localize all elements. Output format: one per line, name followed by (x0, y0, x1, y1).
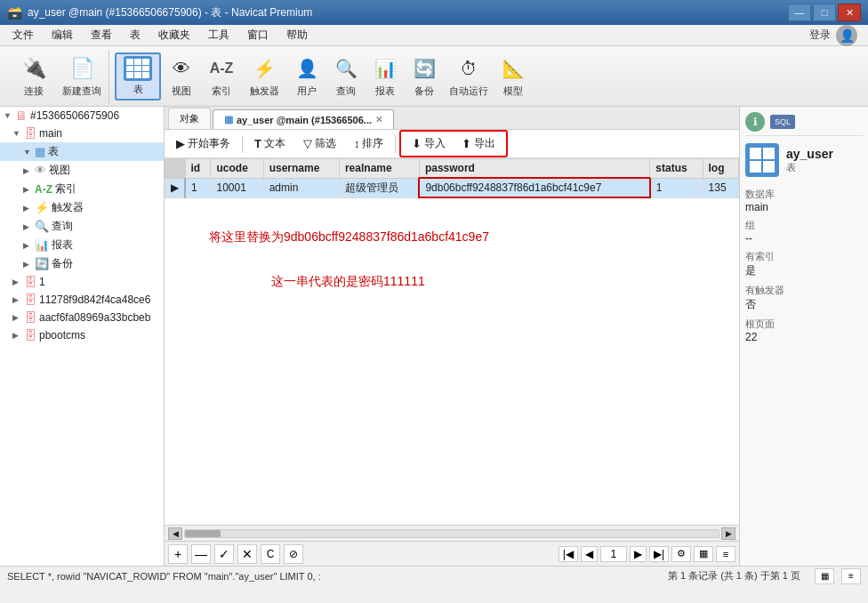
sidebar-item-view[interactable]: ▶ 👁 视图 (0, 161, 164, 180)
sidebar-db-4[interactable]: ▶ 🗄 pbootcms (0, 326, 164, 344)
model-button[interactable]: 📐 模型 (494, 52, 533, 100)
tab-close-icon[interactable]: ✕ (375, 115, 382, 125)
cell-ucode[interactable]: 10001 (211, 178, 263, 197)
col-log[interactable]: log (703, 159, 738, 179)
sidebar-db-main[interactable]: ▼ 🗄 main (0, 125, 164, 142)
cell-id[interactable]: 1 (185, 178, 211, 197)
cell-password[interactable]: 9db06bcff9248837f86d1a6bcf41c9e7 (419, 178, 649, 197)
trigger-icon: ⚡ (250, 54, 278, 83)
annotation-replace: 将这里替换为9db06bcff9248837f86d1a6bcf41c9e7 (209, 229, 489, 245)
tab-ayuser[interactable]: ▦ ay_user @main (#15366506... ✕ (213, 109, 394, 129)
menu-help[interactable]: 帮助 (277, 26, 317, 44)
nav-first-button[interactable]: |◀ (559, 546, 578, 562)
query-button[interactable]: 🔍 查询 (326, 52, 366, 100)
minimize-btn[interactable]: — (788, 4, 811, 21)
col-realname[interactable]: realname (339, 159, 419, 179)
col-username[interactable]: username (263, 159, 339, 179)
scroll-right-btn[interactable]: ▶ (721, 527, 735, 540)
cell-realname[interactable]: 超级管理员 (339, 178, 419, 197)
menu-file[interactable]: 文件 (4, 26, 43, 44)
menubar: 文件 编辑 查看 表 收藏夹 工具 窗口 帮助 登录 👤 (0, 25, 868, 46)
content-area: 对象 ▦ ay_user @main (#15366506... ✕ ▶ 开始事… (165, 107, 739, 566)
close-btn[interactable]: ✕ (838, 4, 861, 21)
menu-edit[interactable]: 编辑 (43, 26, 82, 44)
autorun-button[interactable]: ⏱ 自动运行 (444, 52, 494, 100)
cell-log[interactable]: 135 (703, 178, 738, 197)
nav-next-button[interactable]: ▶ (630, 546, 647, 562)
sidebar-item-query[interactable]: ▶ 🔍 查询 (0, 217, 164, 236)
menu-tools[interactable]: 工具 (199, 26, 238, 44)
statusbar-grid-view[interactable]: ▦ (815, 568, 834, 584)
filter-button[interactable]: ▽ 筛选 (295, 133, 344, 155)
new-query-icon: 📄 (68, 54, 96, 83)
menu-table[interactable]: 表 (121, 26, 149, 44)
col-ucode[interactable]: ucode (211, 159, 263, 179)
menu-window[interactable]: 窗口 (238, 26, 277, 44)
sidebar-item-table[interactable]: ▼ ▦ 表 (0, 142, 164, 161)
menu-view[interactable]: 查看 (82, 26, 121, 44)
table-icon (124, 56, 152, 81)
trigger-tree-icon: ⚡ (35, 201, 49, 214)
scroll-left-btn[interactable]: ◀ (168, 527, 182, 540)
rp-label-hastrigger: 有触发器 (745, 284, 863, 297)
trigger-button[interactable]: ⚡ 触发器 (241, 52, 287, 100)
sidebar-db-1[interactable]: ▶ 🗄 1 (0, 273, 164, 291)
text-button[interactable]: T 文本 (246, 133, 293, 155)
sidebar-db-2[interactable]: ▶ 🗄 11278f9d842f4ca48ce6 (0, 291, 164, 309)
sidebar-db-3[interactable]: ▶ 🗄 aacf6fa08969a33bcbeb (0, 309, 164, 326)
refresh-button[interactable]: C (261, 544, 280, 564)
login-label[interactable]: 登录 (809, 28, 831, 43)
sql-status: SELECT *, rowid "NAVICAT_ROWID" FROM "ma… (7, 571, 661, 582)
index-button[interactable]: A-Z 索引 (202, 52, 241, 100)
sidebar-item-index[interactable]: ▶ A-Z 索引 (0, 180, 164, 198)
avatar[interactable]: 👤 (836, 25, 857, 46)
nav-page-input[interactable] (600, 546, 627, 562)
nav-last-button[interactable]: ▶| (649, 546, 669, 562)
menu-favorites[interactable]: 收藏夹 (149, 26, 199, 44)
horizontal-scrollbar[interactable]: ◀ ▶ (165, 525, 739, 541)
export-button[interactable]: ⬆ 导出 (454, 133, 502, 154)
login-area: 登录 👤 (809, 25, 864, 46)
sidebar-connection[interactable]: ▼ 🖥 #15366506675906 (0, 107, 164, 125)
maximize-btn[interactable]: □ (813, 4, 836, 21)
scrollbar-track[interactable] (184, 529, 719, 538)
confirm-edit-button[interactable]: ✓ (214, 544, 234, 564)
delete-record-button[interactable]: — (191, 544, 211, 564)
import-button[interactable]: ⬇ 导入 (405, 133, 453, 154)
cell-username[interactable]: admin (263, 178, 339, 197)
sql-button[interactable]: SQL (770, 115, 795, 129)
user-button[interactable]: 👤 用户 (287, 52, 326, 100)
info-button[interactable]: ℹ (745, 112, 765, 132)
tab-objects-label: 对象 (180, 112, 199, 125)
nav-prev-button[interactable]: ◀ (581, 546, 598, 562)
report-button[interactable]: 📊 报表 (366, 52, 405, 100)
nav-settings-button[interactable]: ⚙ (671, 546, 691, 562)
table-button[interactable]: 表 (115, 52, 161, 100)
col-status[interactable]: status (650, 159, 703, 179)
sidebar-item-report[interactable]: ▶ 📊 报表 (0, 236, 164, 254)
rp-label-rootpage: 根页面 (745, 318, 863, 331)
connect-button[interactable]: 🔌 连接 (11, 52, 57, 100)
sort-button[interactable]: ↕ 排序 (346, 133, 392, 155)
form-view-button[interactable]: ≡ (716, 546, 735, 562)
backup-button[interactable]: 🔄 备份 (405, 52, 444, 100)
statusbar-form-view[interactable]: ≡ (841, 568, 861, 584)
sidebar-item-trigger[interactable]: ▶ ⚡ 触发器 (0, 198, 164, 217)
add-record-button[interactable]: + (168, 544, 188, 564)
col-password[interactable]: password (419, 159, 649, 179)
query-tree-icon: 🔍 (35, 220, 49, 233)
begin-transaction-button[interactable]: ▶ 开始事务 (168, 133, 238, 155)
import-export-group: ⬇ 导入 ⬆ 导出 (399, 130, 508, 157)
grid-view-button[interactable]: ▦ (694, 546, 713, 562)
cancel-edit-button[interactable]: ✕ (237, 544, 257, 564)
col-id[interactable]: id (185, 159, 211, 179)
scrollbar-thumb[interactable] (185, 530, 221, 537)
settings-button[interactable]: ⊘ (284, 544, 303, 564)
tab-objects[interactable]: 对象 (168, 108, 211, 129)
cell-status[interactable]: 1 (650, 178, 703, 197)
new-query-button[interactable]: 📄 新建查询 (59, 52, 105, 100)
sidebar-item-backup[interactable]: ▶ 🔄 备份 (0, 254, 164, 273)
view-button[interactable]: 👁 视图 (161, 52, 202, 100)
db4-label: pbootcms (39, 329, 85, 342)
table-row[interactable]: ▶ 1 10001 admin 超级管理员 9db06bcff9248837f8… (165, 178, 739, 197)
